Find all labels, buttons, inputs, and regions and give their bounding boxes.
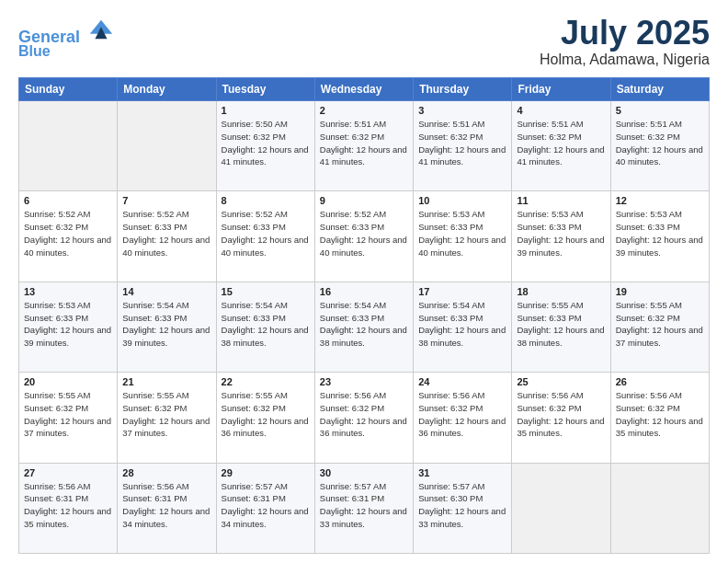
logo: General Blue bbox=[18, 17, 114, 59]
day-info: Sunrise: 5:51 AM Sunset: 6:32 PM Dayligh… bbox=[418, 118, 506, 168]
day-info: Sunrise: 5:56 AM Sunset: 6:32 PM Dayligh… bbox=[517, 389, 605, 440]
day-number: 22 bbox=[222, 376, 310, 387]
day-number: 2 bbox=[320, 105, 408, 116]
day-number: 6 bbox=[24, 195, 112, 206]
table-row: 19Sunrise: 5:55 AM Sunset: 6:32 PM Dayli… bbox=[610, 282, 709, 372]
table-row: 7Sunrise: 5:52 AM Sunset: 6:33 PM Daylig… bbox=[118, 191, 216, 282]
table-row: 3Sunrise: 5:51 AM Sunset: 6:32 PM Daylig… bbox=[414, 101, 512, 191]
calendar-week-2: 6Sunrise: 5:52 AM Sunset: 6:32 PM Daylig… bbox=[19, 191, 710, 282]
day-number: 27 bbox=[24, 467, 112, 478]
day-info: Sunrise: 5:53 AM Sunset: 6:33 PM Dayligh… bbox=[24, 299, 112, 350]
day-number: 24 bbox=[418, 376, 506, 387]
day-info: Sunrise: 5:55 AM Sunset: 6:32 PM Dayligh… bbox=[616, 299, 704, 350]
header: General Blue July 2025 Holma, Adamawa, N… bbox=[18, 17, 710, 68]
calendar-header-row: Sunday Monday Tuesday Wednesday Thursday… bbox=[19, 78, 710, 101]
table-row: 24Sunrise: 5:56 AM Sunset: 6:32 PM Dayli… bbox=[414, 373, 512, 463]
day-number: 16 bbox=[320, 286, 408, 297]
calendar-week-3: 13Sunrise: 5:53 AM Sunset: 6:33 PM Dayli… bbox=[19, 282, 710, 372]
page: General Blue July 2025 Holma, Adamawa, N… bbox=[0, 0, 728, 563]
col-friday: Friday bbox=[512, 78, 610, 101]
table-row: 29Sunrise: 5:57 AM Sunset: 6:31 PM Dayli… bbox=[216, 463, 314, 553]
day-info: Sunrise: 5:53 AM Sunset: 6:33 PM Dayligh… bbox=[616, 208, 704, 259]
table-row: 11Sunrise: 5:53 AM Sunset: 6:33 PM Dayli… bbox=[512, 191, 610, 282]
table-row bbox=[19, 101, 118, 191]
day-number: 5 bbox=[616, 105, 704, 116]
calendar-table: Sunday Monday Tuesday Wednesday Thursday… bbox=[18, 77, 710, 554]
table-row: 1Sunrise: 5:50 AM Sunset: 6:32 PM Daylig… bbox=[216, 101, 314, 191]
day-number: 10 bbox=[418, 195, 506, 206]
col-thursday: Thursday bbox=[414, 78, 512, 101]
col-wednesday: Wednesday bbox=[314, 78, 413, 101]
day-info: Sunrise: 5:57 AM Sunset: 6:31 PM Dayligh… bbox=[222, 480, 310, 531]
table-row bbox=[610, 463, 709, 553]
table-row: 6Sunrise: 5:52 AM Sunset: 6:32 PM Daylig… bbox=[19, 191, 118, 282]
day-number: 8 bbox=[222, 195, 310, 206]
table-row: 28Sunrise: 5:56 AM Sunset: 6:31 PM Dayli… bbox=[118, 463, 216, 553]
day-info: Sunrise: 5:52 AM Sunset: 6:33 PM Dayligh… bbox=[320, 208, 408, 259]
table-row: 16Sunrise: 5:54 AM Sunset: 6:33 PM Dayli… bbox=[314, 282, 413, 372]
day-info: Sunrise: 5:51 AM Sunset: 6:32 PM Dayligh… bbox=[517, 118, 605, 168]
day-number: 13 bbox=[24, 286, 112, 297]
day-info: Sunrise: 5:54 AM Sunset: 6:33 PM Dayligh… bbox=[122, 299, 210, 350]
table-row: 23Sunrise: 5:56 AM Sunset: 6:32 PM Dayli… bbox=[314, 373, 413, 463]
table-row: 12Sunrise: 5:53 AM Sunset: 6:33 PM Dayli… bbox=[610, 191, 709, 282]
day-info: Sunrise: 5:55 AM Sunset: 6:33 PM Dayligh… bbox=[517, 299, 605, 350]
day-number: 9 bbox=[320, 195, 408, 206]
table-row: 31Sunrise: 5:57 AM Sunset: 6:30 PM Dayli… bbox=[414, 463, 512, 553]
day-number: 14 bbox=[122, 286, 210, 297]
table-row: 15Sunrise: 5:54 AM Sunset: 6:33 PM Dayli… bbox=[216, 282, 314, 372]
day-info: Sunrise: 5:53 AM Sunset: 6:33 PM Dayligh… bbox=[517, 208, 605, 259]
table-row bbox=[118, 101, 216, 191]
day-info: Sunrise: 5:56 AM Sunset: 6:32 PM Dayligh… bbox=[320, 389, 408, 440]
day-info: Sunrise: 5:55 AM Sunset: 6:32 PM Dayligh… bbox=[122, 389, 210, 440]
day-number: 21 bbox=[122, 376, 210, 387]
day-info: Sunrise: 5:55 AM Sunset: 6:32 PM Dayligh… bbox=[24, 389, 112, 440]
calendar-week-4: 20Sunrise: 5:55 AM Sunset: 6:32 PM Dayli… bbox=[19, 373, 710, 463]
day-info: Sunrise: 5:57 AM Sunset: 6:31 PM Dayligh… bbox=[320, 480, 408, 531]
table-row: 18Sunrise: 5:55 AM Sunset: 6:33 PM Dayli… bbox=[512, 282, 610, 372]
calendar-week-1: 1Sunrise: 5:50 AM Sunset: 6:32 PM Daylig… bbox=[19, 101, 710, 191]
day-info: Sunrise: 5:52 AM Sunset: 6:33 PM Dayligh… bbox=[122, 208, 210, 259]
day-info: Sunrise: 5:54 AM Sunset: 6:33 PM Dayligh… bbox=[320, 299, 408, 350]
day-info: Sunrise: 5:56 AM Sunset: 6:31 PM Dayligh… bbox=[122, 480, 210, 531]
title-block: July 2025 Holma, Adamawa, Nigeria bbox=[540, 17, 710, 68]
day-number: 29 bbox=[222, 467, 310, 478]
month-title: July 2025 bbox=[540, 17, 710, 50]
table-row: 26Sunrise: 5:56 AM Sunset: 6:32 PM Dayli… bbox=[610, 373, 709, 463]
table-row: 27Sunrise: 5:56 AM Sunset: 6:31 PM Dayli… bbox=[19, 463, 118, 553]
day-info: Sunrise: 5:55 AM Sunset: 6:32 PM Dayligh… bbox=[222, 389, 310, 440]
day-number: 1 bbox=[222, 105, 310, 116]
day-number: 26 bbox=[616, 376, 704, 387]
table-row: 20Sunrise: 5:55 AM Sunset: 6:32 PM Dayli… bbox=[19, 373, 118, 463]
table-row: 13Sunrise: 5:53 AM Sunset: 6:33 PM Dayli… bbox=[19, 282, 118, 372]
day-number: 15 bbox=[222, 286, 310, 297]
calendar-week-5: 27Sunrise: 5:56 AM Sunset: 6:31 PM Dayli… bbox=[19, 463, 710, 553]
table-row: 17Sunrise: 5:54 AM Sunset: 6:33 PM Dayli… bbox=[414, 282, 512, 372]
logo-icon bbox=[88, 17, 114, 42]
table-row: 10Sunrise: 5:53 AM Sunset: 6:33 PM Dayli… bbox=[414, 191, 512, 282]
day-number: 17 bbox=[418, 286, 506, 297]
logo-text: General bbox=[18, 17, 114, 47]
day-info: Sunrise: 5:56 AM Sunset: 6:31 PM Dayligh… bbox=[24, 480, 112, 531]
day-number: 19 bbox=[616, 286, 704, 297]
table-row: 21Sunrise: 5:55 AM Sunset: 6:32 PM Dayli… bbox=[118, 373, 216, 463]
day-info: Sunrise: 5:53 AM Sunset: 6:33 PM Dayligh… bbox=[418, 208, 506, 259]
day-number: 31 bbox=[418, 467, 506, 478]
col-sunday: Sunday bbox=[19, 78, 118, 101]
table-row: 8Sunrise: 5:52 AM Sunset: 6:33 PM Daylig… bbox=[216, 191, 314, 282]
day-number: 4 bbox=[517, 105, 605, 116]
day-info: Sunrise: 5:50 AM Sunset: 6:32 PM Dayligh… bbox=[222, 118, 310, 168]
location: Holma, Adamawa, Nigeria bbox=[540, 52, 710, 68]
day-number: 12 bbox=[616, 195, 704, 206]
table-row: 2Sunrise: 5:51 AM Sunset: 6:32 PM Daylig… bbox=[314, 101, 413, 191]
day-number: 25 bbox=[517, 376, 605, 387]
day-number: 7 bbox=[122, 195, 210, 206]
day-number: 28 bbox=[122, 467, 210, 478]
day-info: Sunrise: 5:54 AM Sunset: 6:33 PM Dayligh… bbox=[222, 299, 310, 350]
day-number: 20 bbox=[24, 376, 112, 387]
col-monday: Monday bbox=[118, 78, 216, 101]
day-info: Sunrise: 5:56 AM Sunset: 6:32 PM Dayligh… bbox=[616, 389, 704, 440]
col-tuesday: Tuesday bbox=[216, 78, 314, 101]
day-info: Sunrise: 5:57 AM Sunset: 6:30 PM Dayligh… bbox=[418, 480, 506, 531]
day-number: 30 bbox=[320, 467, 408, 478]
